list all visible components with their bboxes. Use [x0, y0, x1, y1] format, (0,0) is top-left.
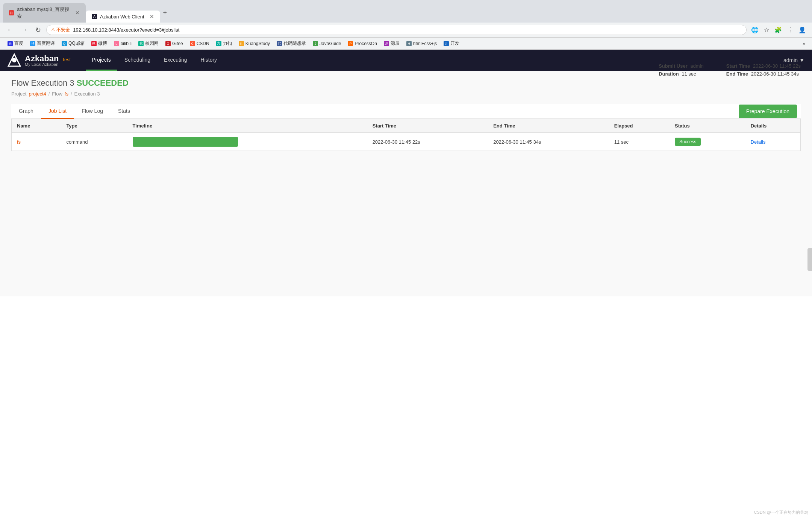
bookmark-javaguide[interactable]: J JavaGuide	[310, 40, 344, 47]
logo-test: Test	[62, 57, 71, 62]
bookmark-weibo[interactable]: 微 微博	[88, 39, 110, 48]
app: Azkaban Test My Local Azkaban Projects S…	[0, 50, 812, 519]
nav-username: admin	[783, 57, 798, 63]
bookmarks-more-button[interactable]: »	[800, 40, 807, 47]
breadcrumb-flow-link[interactable]: fs	[65, 91, 68, 97]
bookmark-label-html: html+css+js	[413, 41, 437, 46]
nav-projects[interactable]: Projects	[86, 50, 117, 71]
bookmark-favicon-javaguide: J	[313, 41, 318, 46]
bookmark-likou[interactable]: 力 力扣	[213, 39, 235, 48]
col-header-elapsed: Elapsed	[609, 119, 670, 133]
bookmark-label-gitee: Gitee	[172, 41, 183, 46]
bookmark-favicon-qq: Q	[62, 41, 67, 46]
breadcrumb-sep-2: /	[71, 91, 72, 97]
bookmark-baidufanyi[interactable]: 译 百度翻译	[27, 39, 58, 48]
bookmark-icon[interactable]: ☆	[762, 25, 771, 35]
back-button[interactable]: ←	[5, 25, 16, 35]
tab-flow-log[interactable]: Flow Log	[74, 104, 111, 119]
cell-name: fs	[12, 133, 61, 151]
bookmark-html[interactable]: H html+css+js	[403, 40, 440, 47]
end-time-value: 2022-06-30 11:45 34s	[751, 71, 799, 77]
tab-favicon-1: 百	[9, 10, 14, 15]
prepare-execution-button[interactable]: Prepare Execution	[739, 105, 797, 118]
tab-graph[interactable]: Graph	[11, 104, 41, 119]
cell-start-time: 2022-06-30 11:45 22s	[367, 133, 488, 151]
bookmark-label-daimafanxiang: 代码随想录	[283, 40, 306, 47]
bookmark-favicon-weibo: 微	[91, 41, 97, 46]
col-header-start-time: Start Time	[367, 119, 488, 133]
bookmark-yuan[interactable]: 源 源辰	[381, 39, 403, 48]
bookmark-baidu[interactable]: 百 百度	[5, 39, 26, 48]
table-header: Name Type Timeline Start Time End Time E…	[12, 119, 800, 133]
azkaban-logo-icon	[8, 53, 21, 67]
menu-icon[interactable]: ⋮	[786, 25, 795, 35]
bookmark-label-csdn: CSDN	[197, 41, 209, 46]
scroll-indicator	[807, 248, 812, 271]
tab-stats[interactable]: Stats	[111, 104, 138, 119]
browser-tab-2[interactable]: A Azkaban Web Client ✕	[86, 11, 160, 23]
cell-type: command	[61, 133, 127, 151]
bookmark-gitee[interactable]: G Gitee	[162, 40, 186, 47]
nav-history[interactable]: History	[195, 50, 223, 71]
bookmark-favicon-bilibili: b	[114, 41, 119, 46]
nav-user[interactable]: admin ▼	[783, 57, 804, 63]
breadcrumb-sep-1: /	[48, 91, 50, 97]
bookmark-favicon-kaifa: 开	[444, 41, 449, 46]
nav-scheduling[interactable]: Scheduling	[118, 50, 156, 71]
bookmark-daimafanxiang[interactable]: 代 代码随想录	[274, 39, 309, 48]
tab-close-2[interactable]: ✕	[150, 14, 154, 20]
logo-subtitle: My Local Azkaban	[25, 62, 71, 67]
bookmark-favicon-kuang: K	[239, 41, 244, 46]
browser-tab-1[interactable]: 百 azkaban mysql8_百度搜索 ✕	[3, 3, 86, 23]
refresh-button[interactable]: ↻	[33, 25, 43, 35]
jobs-table: Name Type Timeline Start Time End Time E…	[12, 119, 800, 151]
tab-label-1: azkaban mysql8_百度搜索	[17, 6, 70, 20]
browser-toolbar: ← → ↻ ⚠ 不安全 192.168.10.102:8443/executor…	[0, 23, 812, 38]
bookmark-qq[interactable]: Q QQ邮箱	[59, 39, 88, 48]
job-name-link[interactable]: fs	[17, 139, 21, 145]
browser-tab-bar: 百 azkaban mysql8_百度搜索 ✕ A Azkaban Web Cl…	[0, 0, 812, 23]
bookmark-favicon-gitee: G	[165, 41, 171, 46]
execution-title: Flow Execution 3 SUCCEEDED	[11, 78, 801, 88]
status-badge: Success	[675, 138, 701, 146]
nav-links: Projects Scheduling Executing History	[86, 50, 783, 71]
tab-favicon-2: A	[92, 14, 97, 19]
breadcrumb-execution: Execution 3	[74, 91, 100, 97]
bookmark-favicon-baidufanyi: 译	[30, 41, 35, 46]
tab-job-list[interactable]: Job List	[41, 104, 74, 119]
bookmark-kaifa[interactable]: 开 开发	[441, 39, 462, 48]
app-logo: Azkaban Test My Local Azkaban	[8, 53, 71, 67]
bookmark-label-kaifa: 开发	[450, 40, 459, 47]
bookmark-kuang[interactable]: K KuangStudy	[236, 40, 273, 47]
page-content: Submit User admin Duration 11 sec Start …	[0, 71, 812, 296]
nav-executing[interactable]: Executing	[158, 50, 193, 71]
new-tab-button[interactable]: +	[160, 8, 170, 18]
bookmark-processon[interactable]: P ProcessOn	[345, 40, 380, 47]
tab-close-1[interactable]: ✕	[75, 10, 80, 16]
cell-end-time: 2022-06-30 11:45 34s	[488, 133, 609, 151]
nav-user-chevron-icon: ▼	[799, 57, 804, 63]
col-header-type: Type	[61, 119, 127, 133]
bookmark-favicon-daimafanxiang: 代	[277, 41, 282, 46]
translate-icon[interactable]: 🌐	[750, 25, 760, 35]
bookmark-favicon-csdn: C	[190, 41, 195, 46]
extension-icon[interactable]: 🧩	[773, 25, 783, 35]
forward-button[interactable]: →	[19, 25, 30, 35]
jobs-table-wrapper: Name Type Timeline Start Time End Time E…	[11, 119, 801, 151]
end-time-label: End Time	[726, 71, 748, 77]
bookmark-campus[interactable]: 校 校园网	[135, 39, 162, 48]
bookmark-csdn[interactable]: C CSDN	[187, 40, 212, 47]
bookmark-favicon-likou: 力	[216, 41, 221, 46]
tab-label-2: Azkaban Web Client	[100, 14, 144, 20]
address-bar[interactable]: ⚠ 不安全 192.168.10.102:8443/executor?execi…	[46, 25, 747, 35]
bookmark-bilibili[interactable]: b bilibili	[111, 40, 135, 47]
table-body: fs command 2022-06-30 11:45 22s 2022-06-…	[12, 133, 800, 151]
table-row: fs command 2022-06-30 11:45 22s 2022-06-…	[12, 133, 800, 151]
profile-icon[interactable]: 👤	[797, 25, 807, 35]
bookmark-label-baidu: 百度	[14, 40, 23, 47]
details-link[interactable]: Details	[751, 139, 766, 145]
bookmark-label-processon: ProcessOn	[354, 41, 377, 46]
security-warning: ⚠ 不安全	[51, 27, 70, 33]
cell-status: Success	[670, 133, 745, 151]
breadcrumb-project-link[interactable]: project4	[29, 91, 46, 97]
